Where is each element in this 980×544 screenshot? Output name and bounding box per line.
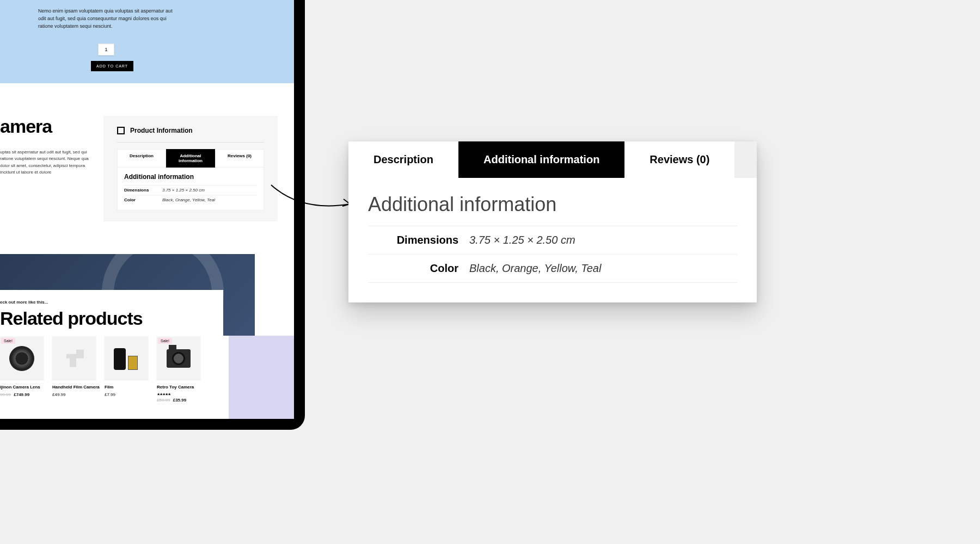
product-name: Film [105,385,154,390]
film-roll-icon [114,346,139,371]
price: £49.99 [52,392,65,397]
related-product[interactable]: Handheld Film Camera £49.99 [52,337,105,403]
sale-badge: Sale! [1,338,15,344]
related-product[interactable]: Film £7.99 [105,337,157,403]
product-summary: amera uptas sit aspernatur aut odit aut … [0,116,93,221]
info-panel-title: Additional information [124,173,257,181]
product-thumbnail: Sale! [157,337,200,380]
tablet-frame: Nemo enim ipsam voluptatem quia voluptas… [0,0,305,430]
attribute-value: 3.75 × 1.25 × 2.50 cm [162,188,205,193]
related-product[interactable]: Sale! ijinon Camera Lens 99.99 £749.99 [0,337,52,403]
product-name: Retro Toy Camera [157,385,206,390]
related-kicker: eck out more like this... [0,300,223,305]
quantity-input[interactable] [98,44,114,55]
hero-section: Nemo enim ipsam voluptatem quia voluptas… [0,0,294,83]
zoom-attribute-row: Color Black, Orange, Yellow, Teal [368,254,737,283]
hero-blurb: Nemo enim ipsam voluptatem quia voluptas… [38,8,180,30]
zoom-panel-heading: Additional information [348,178,757,226]
attribute-label: Color [124,197,162,202]
product-thumbnail: Sale! [0,337,44,380]
price: £35.99 [173,398,186,403]
product-info-card: Product Information Description Addition… [103,116,278,221]
product-info-section: amera uptas sit aspernatur aut odit aut … [0,83,294,254]
zoom-attribute-row: Dimensions 3.75 × 1.25 × 2.50 cm [368,226,737,254]
related-product[interactable]: Sale! Retro Toy Camera ★★★★★ £59.99 £35.… [157,337,209,403]
info-card-heading: Product Information [130,127,193,134]
info-card-header: Product Information [117,127,264,143]
info-tab-panel: Additional information Dimensions 3.75 ×… [117,168,264,211]
product-name: ijinon Camera Lens [0,385,49,390]
related-bg-accent [229,336,294,419]
tab-reviews[interactable]: Reviews (0) [215,149,264,168]
info-tabs: Description Additional information Revie… [117,149,264,168]
handheld-camera-icon [63,348,85,369]
product-name: Handheld Film Camera [52,385,101,390]
tab-additional-information[interactable]: Additional information [166,149,215,168]
product-description: uptas sit aspernatur aut odit aut fugit,… [0,149,93,176]
product-title: amera [0,116,93,137]
product-price: 99.99 £749.99 [0,392,49,397]
old-price: £59.99 [157,398,170,403]
zoom-attribute-label: Color [388,262,469,275]
zoom-panel: Description Additional information Revie… [348,141,757,302]
zoom-attribute-value: 3.75 × 1.25 × 2.50 cm [469,234,575,246]
related-heading: Related products [0,308,223,329]
add-to-cart-button[interactable]: ADD TO CART [91,61,133,71]
attribute-value: Black, Orange, Yellow, Teal [162,197,215,202]
product-price: £59.99 £35.99 [157,398,206,403]
camera-lens-icon [9,346,34,371]
product-price: £49.99 [52,392,101,397]
zoom-attribute-value: Black, Orange, Yellow, Teal [469,262,601,275]
zoom-tab-description[interactable]: Description [348,141,458,178]
attribute-row: Dimensions 3.75 × 1.25 × 2.50 cm [124,185,257,195]
page-mock: Nemo enim ipsam voluptatem quia voluptas… [0,0,294,419]
product-thumbnail [52,337,96,380]
attribute-label: Dimensions [124,188,162,193]
related-section: eck out more like this... Related produc… [0,254,294,419]
product-price: £7.99 [105,392,154,397]
retro-camera-icon [167,349,191,368]
zoom-tab-additional-information[interactable]: Additional information [458,141,624,178]
related-products-grid: Sale! ijinon Camera Lens 99.99 £749.99 [0,337,223,403]
star-rating: ★★★★★ [157,392,206,397]
zoom-attribute-label: Dimensions [388,234,469,246]
tab-description[interactable]: Description [117,149,166,168]
related-card: eck out more like this... Related produc… [0,290,223,403]
old-price: 99.99 [0,392,11,397]
price: £7.99 [105,392,115,397]
sale-badge: Sale! [158,338,172,344]
attribute-row: Color Black, Orange, Yellow, Teal [124,195,257,205]
price: £749.99 [14,392,29,397]
zoom-tabs: Description Additional information Revie… [348,141,757,178]
frame-icon [117,127,125,134]
product-thumbnail [105,337,148,380]
zoom-tab-reviews[interactable]: Reviews (0) [624,141,734,178]
